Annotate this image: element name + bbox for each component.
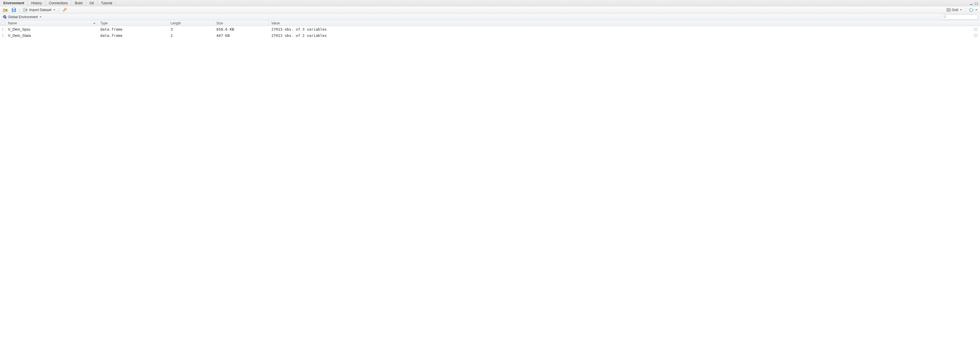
view-data-icon[interactable] <box>974 27 978 31</box>
environment-scope-icon <box>3 15 7 19</box>
column-label: Size <box>216 21 223 25</box>
tab-label: Environment <box>3 1 24 5</box>
cell-type: data.frame <box>98 32 168 38</box>
tab-build[interactable]: Build <box>72 0 86 6</box>
cell-length: 2 <box>168 32 214 38</box>
table-body: V_Dem_Spss data.frame 3 658.6 KB 27013 o… <box>0 26 980 38</box>
svg-rect-8 <box>4 15 6 17</box>
checkbox[interactable] <box>1 22 4 25</box>
cell-type: data.frame <box>98 26 168 32</box>
svg-line-4 <box>66 8 67 8</box>
column-label: Value <box>271 21 280 25</box>
table-row[interactable]: V_Dem_Stata data.frame 2 447 KB 27013 ob… <box>0 32 980 38</box>
tab-git[interactable]: Git <box>86 0 97 6</box>
sort-ascending-icon <box>93 22 95 24</box>
refresh-button[interactable] <box>968 7 978 13</box>
column-label: Name <box>8 21 17 25</box>
pane-tabbar: Environment History Connections Build Gi… <box>0 0 980 6</box>
toolbar-separator <box>59 8 59 12</box>
maximize-pane-icon[interactable] <box>974 2 978 5</box>
refresh-icon <box>969 8 974 12</box>
view-mode-button[interactable]: Grid <box>945 7 963 13</box>
tab-label: Tutorial <box>101 1 112 5</box>
column-label: Length <box>170 21 181 25</box>
tab-label: Git <box>89 1 94 5</box>
scope-bar: Global Environment <box>0 14 980 21</box>
grid-icon <box>947 8 951 12</box>
scope-selector[interactable]: Global Environment <box>2 14 43 19</box>
table-row[interactable]: V_Dem_Spss data.frame 3 658.6 KB 27013 o… <box>0 26 980 32</box>
column-header-type[interactable]: Type <box>98 21 168 26</box>
column-header-select-all[interactable] <box>0 21 6 26</box>
cell-name: V_Dem_Stata <box>6 32 98 38</box>
view-data-icon[interactable] <box>974 34 978 37</box>
save-workspace-button[interactable] <box>11 7 17 13</box>
view-mode-label: Grid <box>952 8 958 12</box>
column-header-name[interactable]: Name <box>6 21 98 26</box>
checkbox[interactable] <box>2 34 3 37</box>
tab-tutorial[interactable]: Tutorial <box>97 0 116 6</box>
svg-rect-1 <box>13 8 15 10</box>
import-dataset-label: Import Dataset <box>29 8 52 12</box>
scope-label: Global Environment <box>8 15 38 19</box>
load-workspace-button[interactable] <box>2 7 9 13</box>
import-dataset-button[interactable]: Import Dataset <box>22 7 56 13</box>
column-label: Type <box>100 21 108 25</box>
chevron-down-icon <box>54 10 55 11</box>
tab-label: Connections <box>49 1 68 5</box>
svg-point-9 <box>944 16 945 18</box>
cell-name: V_Dem_Spss <box>6 26 98 32</box>
column-header-length[interactable]: Length <box>168 21 214 26</box>
toolbar-separator <box>965 8 966 12</box>
open-folder-icon <box>3 8 8 12</box>
tab-history[interactable]: History <box>28 0 45 6</box>
column-header-size[interactable]: Size <box>214 21 269 26</box>
column-header-value[interactable]: Value <box>269 21 980 26</box>
chevron-down-icon <box>975 10 977 11</box>
broom-icon <box>62 8 67 12</box>
search-box[interactable] <box>942 14 978 19</box>
svg-rect-5 <box>947 8 951 11</box>
chevron-down-icon <box>40 16 41 18</box>
cell-length: 3 <box>168 26 214 32</box>
tab-connections[interactable]: Connections <box>46 0 72 6</box>
save-icon <box>12 8 16 12</box>
cell-value: 27013 obs. of 3 variables <box>269 26 972 32</box>
chevron-down-icon <box>960 10 962 11</box>
minimize-pane-icon[interactable] <box>969 2 973 5</box>
search-input[interactable] <box>947 15 976 19</box>
clear-workspace-button[interactable] <box>61 7 68 13</box>
import-grid-icon <box>23 8 28 12</box>
cell-size: 658.6 KB <box>214 26 269 32</box>
tab-label: Build <box>75 1 83 5</box>
cell-size: 447 KB <box>214 32 269 38</box>
tab-environment[interactable]: Environment <box>0 0 28 6</box>
environment-toolbar: Import Dataset Grid <box>0 6 980 14</box>
svg-rect-2 <box>13 10 15 11</box>
tab-label: History <box>31 1 41 5</box>
cell-value: 27013 obs. of 2 variables <box>269 32 972 38</box>
svg-line-10 <box>945 17 946 18</box>
pane-window-controls <box>969 0 980 6</box>
checkbox[interactable] <box>2 27 3 31</box>
table-header: Name Type Length Size Value <box>0 21 980 26</box>
search-icon <box>943 15 946 18</box>
